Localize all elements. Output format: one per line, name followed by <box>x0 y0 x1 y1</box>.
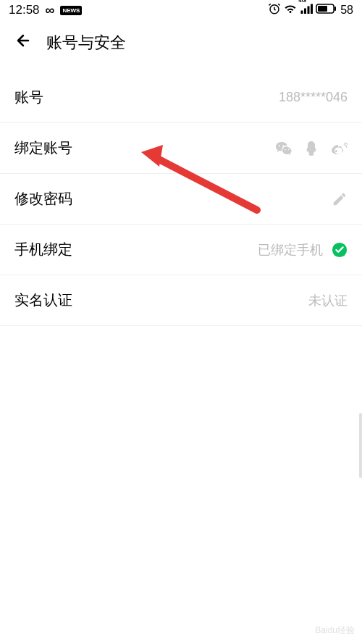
status-bar: 12:58 ∞ NEWS 4G <box>0 0 362 20</box>
bind-account-label: 绑定账号 <box>14 138 72 158</box>
settings-item-change-password[interactable]: 修改密码 <box>0 174 362 225</box>
edit-icon <box>332 191 348 207</box>
settings-item-phone-bind[interactable]: 手机绑定 已绑定手机 <box>0 225 362 275</box>
status-time: 12:58 <box>9 3 40 17</box>
signal-icon: 4G <box>300 3 313 17</box>
settings-item-account[interactable]: 账号 188*****046 <box>0 72 362 123</box>
page-title: 账号与安全 <box>46 32 126 54</box>
back-button[interactable] <box>14 32 32 54</box>
social-icons <box>275 140 348 157</box>
phone-bind-value: 已绑定手机 <box>258 241 323 259</box>
scrollbar[interactable] <box>359 413 362 478</box>
battery-icon <box>316 4 336 17</box>
status-right: 4G 58 <box>268 2 353 18</box>
account-value: 188*****046 <box>279 90 348 105</box>
settings-item-bind-account[interactable]: 绑定账号 <box>0 123 362 174</box>
svg-rect-3 <box>308 7 310 14</box>
phone-bind-label: 手机绑定 <box>14 240 72 259</box>
news-icon: NEWS <box>60 6 82 15</box>
qq-icon <box>303 140 320 157</box>
svg-rect-4 <box>311 4 313 14</box>
check-icon <box>332 242 348 258</box>
weibo-icon <box>330 140 348 157</box>
wifi-icon <box>284 2 297 18</box>
infinity-icon: ∞ <box>46 3 55 18</box>
settings-item-real-name[interactable]: 实名认证 未认证 <box>0 275 362 326</box>
settings-list: 账号 188*****046 绑定账号 修改密码 手机绑定 已绑定手机 <box>0 72 362 326</box>
svg-point-8 <box>335 150 337 152</box>
account-label: 账号 <box>14 88 43 107</box>
watermark: Baidu经验 <box>315 624 355 637</box>
wechat-icon <box>275 140 292 157</box>
phone-bind-right: 已绑定手机 <box>258 241 348 259</box>
svg-rect-2 <box>304 9 306 14</box>
svg-rect-6 <box>318 6 327 12</box>
header: 账号与安全 <box>0 20 362 65</box>
alarm-icon <box>268 2 281 18</box>
real-name-label: 实名认证 <box>14 290 72 310</box>
real-name-value: 未认证 <box>308 292 348 309</box>
battery-text: 58 <box>340 4 353 17</box>
change-password-label: 修改密码 <box>14 189 72 209</box>
status-left: 12:58 ∞ NEWS <box>9 3 82 18</box>
svg-rect-7 <box>334 7 336 11</box>
svg-rect-1 <box>301 11 303 14</box>
